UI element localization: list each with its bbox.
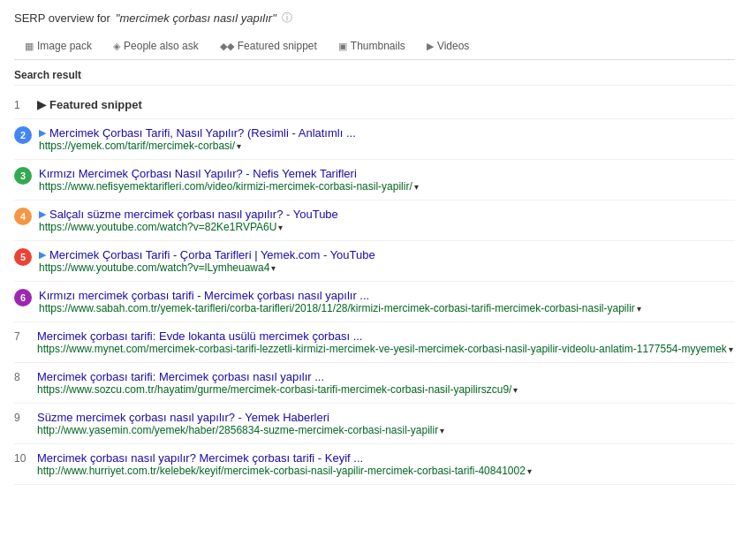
- result-number: 7: [14, 330, 30, 343]
- tab-videos[interactable]: ▶Videos: [416, 34, 480, 59]
- tab-thumbnails[interactable]: ▣Thumbnails: [328, 34, 416, 59]
- result-content: ▶ Mercimek Çorbası Tarifi - Çorba Tarifl…: [39, 248, 735, 274]
- result-content: Süzme mercimek çorbası nasıl yapılır? - …: [37, 411, 735, 436]
- result-badge: 4: [14, 208, 32, 225]
- page-title: SERP overview for "mercimek çorbası nası…: [14, 11, 735, 26]
- result-title[interactable]: ▶ Mercimek Çorbası Tarifi - Çorba Tarifl…: [39, 248, 735, 261]
- image-pack-icon: ▦: [25, 41, 34, 52]
- dropdown-arrow[interactable]: ▾: [237, 141, 241, 151]
- videos-label: Videos: [437, 40, 469, 52]
- title-query: "mercimek çorbası nasıl yapılır": [116, 11, 276, 25]
- result-title[interactable]: ▶ Salçalı süzme mercimek çorbası nasıl y…: [39, 208, 735, 221]
- people-also-ask-label: People also ask: [124, 40, 199, 52]
- result-row: 8 Mercimek çorbası tarifi: Mercimek çorb…: [14, 363, 735, 404]
- result-content: ▶ Salçalı süzme mercimek çorbası nasıl y…: [39, 208, 735, 233]
- result-row: 4 ▶ Salçalı süzme mercimek çorbası nasıl…: [14, 201, 735, 241]
- dropdown-arrow[interactable]: ▾: [414, 182, 419, 192]
- thumbnails-label: Thumbnails: [351, 40, 405, 52]
- dropdown-arrow[interactable]: ▾: [271, 263, 276, 273]
- result-content: Kırmızı Mercimek Çorbası Nasıl Yapılır? …: [39, 167, 735, 193]
- result-url[interactable]: http://www.hurriyet.com.tr/kelebek/keyif…: [37, 465, 735, 477]
- result-row: 9 Süzme mercimek çorbası nasıl yapılır? …: [14, 404, 735, 444]
- dropdown-arrow[interactable]: ▾: [527, 466, 532, 476]
- featured-snippet-label: Featured snippet: [238, 40, 317, 52]
- result-badge: 2: [14, 126, 32, 144]
- result-content: Mercimek çorbası tarifi: Mercimek çorbas…: [37, 370, 735, 396]
- dropdown-arrow[interactable]: ▾: [513, 385, 518, 395]
- tab-featured-snippet[interactable]: ◆◆Featured snippet: [209, 34, 328, 59]
- dropdown-arrow[interactable]: ▾: [278, 223, 283, 232]
- video-icon: ▶: [39, 208, 46, 220]
- result-row: 10 Mercimek çorbası nasıl yapılır? Merci…: [14, 444, 735, 485]
- result-url[interactable]: https://yemek.com/tarif/mercimek-corbasi…: [39, 140, 735, 152]
- result-row: 6 Kırmızı mercimek çorbası tarifi - Merc…: [14, 282, 735, 322]
- result-content: Kırmızı mercimek çorbası tarifi - Mercim…: [39, 289, 735, 314]
- result-row: 7 Mercimek çorbası tarifi: Evde lokanta …: [14, 322, 735, 363]
- featured-snippet-label: ▶ Featured snippet: [37, 98, 142, 111]
- dropdown-arrow[interactable]: ▾: [440, 426, 444, 435]
- title-prefix: SERP overview for: [14, 11, 110, 25]
- result-badge: 3: [14, 167, 32, 185]
- result-content: Mercimek çorbası tarifi: Evde lokanta us…: [37, 329, 735, 355]
- result-number: 8: [14, 371, 30, 383]
- results-list: 1 ▶ Featured snippet 2 ▶ Mercimek Çorbas…: [14, 91, 735, 485]
- result-content: ▶ Mercimek Çorbası Tarifi, Nasıl Yapılır…: [39, 126, 735, 152]
- dropdown-arrow[interactable]: ▾: [729, 344, 733, 354]
- result-row: 2 ▶ Mercimek Çorbası Tarifi, Nasıl Yapıl…: [14, 119, 735, 160]
- result-url[interactable]: https://www.youtube.com/watch?v=lLymheua…: [39, 261, 735, 274]
- result-badge: 6: [14, 289, 32, 306]
- result-url[interactable]: https://www.nefisyemektarifleri.com/vide…: [39, 180, 735, 193]
- result-row: 3 Kırmızı Mercimek Çorbası Nasıl Yapılır…: [14, 160, 735, 201]
- result-title[interactable]: Mercimek çorbası tarifi: Evde lokanta us…: [37, 329, 735, 343]
- result-url[interactable]: https://www.mynet.com/mercimek-corbasi-t…: [37, 343, 735, 355]
- result-title[interactable]: Kırmızı mercimek çorbası tarifi - Mercim…: [39, 289, 735, 302]
- tabs-bar: ▦Image pack◈People also ask◆◆Featured sn…: [14, 34, 735, 60]
- result-url[interactable]: https://www.sabah.com.tr/yemek-tarifleri…: [39, 302, 735, 314]
- result-badge: 5: [14, 248, 32, 266]
- result-row: 1 ▶ Featured snippet: [14, 91, 735, 119]
- people-also-ask-icon: ◈: [113, 41, 120, 52]
- videos-icon: ▶: [427, 41, 434, 52]
- tab-people-also-ask[interactable]: ◈People also ask: [102, 34, 209, 59]
- result-title[interactable]: Süzme mercimek çorbası nasıl yapılır? - …: [37, 411, 735, 424]
- dropdown-arrow[interactable]: ▾: [637, 304, 641, 314]
- result-number: 10: [14, 452, 30, 465]
- result-title[interactable]: Mercimek çorbası nasıl yapılır? Mercimek…: [37, 451, 735, 465]
- result-url[interactable]: https://www.sozcu.com.tr/hayatim/gurme/m…: [37, 383, 735, 396]
- triangle-icon: ▶: [37, 98, 46, 111]
- info-icon[interactable]: ⓘ: [282, 11, 292, 26]
- video-icon: ▶: [39, 249, 46, 261]
- video-icon: ▶: [39, 127, 46, 139]
- tab-image-pack[interactable]: ▦Image pack: [14, 34, 102, 59]
- image-pack-label: Image pack: [37, 40, 92, 52]
- result-number: 9: [14, 412, 30, 424]
- section-label: Search result: [14, 69, 735, 86]
- result-number: 1: [14, 99, 30, 111]
- result-content: Mercimek çorbası nasıl yapılır? Mercimek…: [37, 451, 735, 477]
- result-title[interactable]: Mercimek çorbası tarifi: Mercimek çorbas…: [37, 370, 735, 383]
- thumbnails-icon: ▣: [338, 41, 347, 52]
- result-url[interactable]: http://www.yasemin.com/yemek/haber/28568…: [37, 424, 735, 436]
- result-title[interactable]: ▶ Mercimek Çorbası Tarifi, Nasıl Yapılır…: [39, 126, 735, 140]
- result-title[interactable]: Kırmızı Mercimek Çorbası Nasıl Yapılır? …: [39, 167, 735, 180]
- result-url[interactable]: https://www.youtube.com/watch?v=82Ke1RVP…: [39, 221, 735, 233]
- featured-snippet-icon: ◆◆: [220, 41, 234, 52]
- result-row: 5 ▶ Mercimek Çorbası Tarifi - Çorba Tari…: [14, 241, 735, 282]
